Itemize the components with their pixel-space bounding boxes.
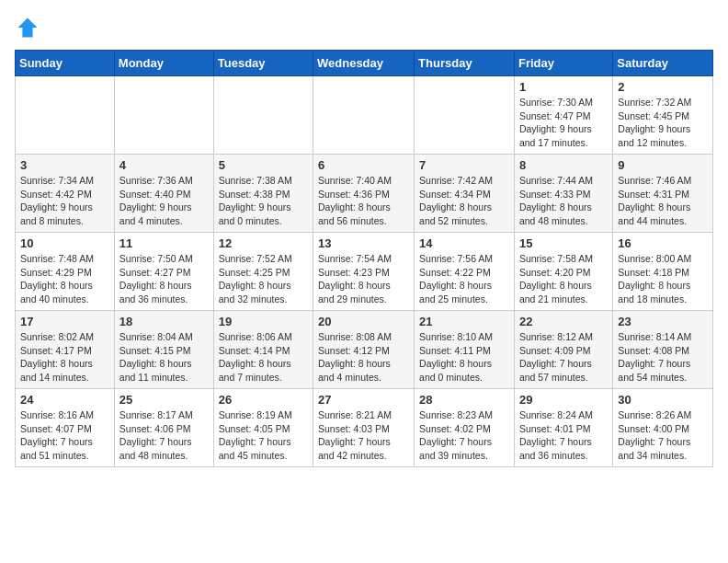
- day-number: 26: [219, 393, 308, 407]
- day-number: 6: [318, 158, 409, 172]
- day-cell: 24Sunrise: 8:16 AM Sunset: 4:07 PM Dayli…: [16, 389, 115, 467]
- day-info: Sunrise: 8:17 AM Sunset: 4:06 PM Dayligh…: [119, 408, 209, 463]
- day-info: Sunrise: 8:14 AM Sunset: 4:08 PM Dayligh…: [618, 330, 708, 385]
- day-header-sunday: Sunday: [16, 51, 115, 76]
- day-number: 1: [519, 80, 608, 94]
- day-info: Sunrise: 7:42 AM Sunset: 4:34 PM Dayligh…: [419, 174, 509, 228]
- day-info: Sunrise: 7:34 AM Sunset: 4:42 PM Dayligh…: [20, 174, 109, 228]
- day-number: 29: [519, 393, 608, 407]
- day-number: 13: [318, 236, 409, 250]
- day-info: Sunrise: 7:40 AM Sunset: 4:36 PM Dayligh…: [318, 174, 409, 228]
- day-cell: 8Sunrise: 7:44 AM Sunset: 4:33 PM Daylig…: [514, 155, 612, 233]
- day-header-tuesday: Tuesday: [213, 51, 313, 76]
- calendar-header-row: SundayMondayTuesdayWednesdayThursdayFrid…: [16, 51, 713, 76]
- day-info: Sunrise: 7:50 AM Sunset: 4:27 PM Dayligh…: [119, 252, 209, 306]
- page-header: [15, 15, 713, 40]
- day-cell: 27Sunrise: 8:21 AM Sunset: 4:03 PM Dayli…: [313, 389, 415, 467]
- day-cell: 9Sunrise: 7:46 AM Sunset: 4:31 PM Daylig…: [613, 155, 713, 233]
- day-number: 10: [20, 236, 109, 250]
- day-cell: 7Sunrise: 7:42 AM Sunset: 4:34 PM Daylig…: [415, 155, 515, 233]
- week-row-1: 1Sunrise: 7:30 AM Sunset: 4:47 PM Daylig…: [16, 76, 713, 155]
- day-number: 25: [119, 393, 209, 407]
- day-number: 17: [20, 315, 109, 328]
- day-info: Sunrise: 8:00 AM Sunset: 4:18 PM Dayligh…: [618, 252, 708, 306]
- day-number: 12: [219, 236, 308, 250]
- day-number: 15: [519, 236, 608, 250]
- day-cell: 30Sunrise: 8:26 AM Sunset: 4:00 PM Dayli…: [613, 389, 713, 467]
- day-cell: 21Sunrise: 8:10 AM Sunset: 4:11 PM Dayli…: [415, 311, 515, 389]
- day-number: 18: [119, 315, 209, 328]
- day-cell: [415, 76, 515, 155]
- day-cell: 13Sunrise: 7:54 AM Sunset: 4:23 PM Dayli…: [313, 233, 415, 311]
- day-header-saturday: Saturday: [613, 51, 713, 76]
- day-cell: 1Sunrise: 7:30 AM Sunset: 4:47 PM Daylig…: [514, 76, 612, 155]
- day-info: Sunrise: 8:23 AM Sunset: 4:02 PM Dayligh…: [419, 408, 509, 463]
- day-number: 21: [419, 315, 509, 328]
- day-number: 11: [119, 236, 209, 250]
- day-info: Sunrise: 8:24 AM Sunset: 4:01 PM Dayligh…: [519, 408, 608, 463]
- day-info: Sunrise: 7:54 AM Sunset: 4:23 PM Dayligh…: [318, 252, 409, 306]
- day-header-friday: Friday: [514, 51, 612, 76]
- day-cell: 6Sunrise: 7:40 AM Sunset: 4:36 PM Daylig…: [313, 155, 415, 233]
- day-number: 27: [318, 393, 409, 407]
- day-info: Sunrise: 7:46 AM Sunset: 4:31 PM Dayligh…: [618, 174, 708, 228]
- day-cell: 29Sunrise: 8:24 AM Sunset: 4:01 PM Dayli…: [514, 389, 612, 467]
- day-cell: [114, 76, 213, 155]
- day-info: Sunrise: 8:19 AM Sunset: 4:05 PM Dayligh…: [219, 408, 308, 463]
- day-cell: 28Sunrise: 8:23 AM Sunset: 4:02 PM Dayli…: [415, 389, 515, 467]
- day-cell: 20Sunrise: 8:08 AM Sunset: 4:12 PM Dayli…: [313, 311, 415, 389]
- day-number: 7: [419, 158, 509, 172]
- day-cell: 11Sunrise: 7:50 AM Sunset: 4:27 PM Dayli…: [114, 233, 213, 311]
- day-cell: 12Sunrise: 7:52 AM Sunset: 4:25 PM Dayli…: [213, 233, 313, 311]
- day-header-wednesday: Wednesday: [313, 51, 415, 76]
- day-cell: 18Sunrise: 8:04 AM Sunset: 4:15 PM Dayli…: [114, 311, 213, 389]
- day-info: Sunrise: 8:21 AM Sunset: 4:03 PM Dayligh…: [318, 408, 409, 463]
- day-cell: 23Sunrise: 8:14 AM Sunset: 4:08 PM Dayli…: [613, 311, 713, 389]
- day-info: Sunrise: 8:02 AM Sunset: 4:17 PM Dayligh…: [20, 330, 109, 385]
- day-info: Sunrise: 7:32 AM Sunset: 4:45 PM Dayligh…: [618, 96, 708, 150]
- week-row-4: 17Sunrise: 8:02 AM Sunset: 4:17 PM Dayli…: [16, 311, 713, 389]
- svg-marker-0: [18, 18, 38, 38]
- day-info: Sunrise: 7:30 AM Sunset: 4:47 PM Dayligh…: [519, 96, 608, 150]
- day-cell: 15Sunrise: 7:58 AM Sunset: 4:20 PM Dayli…: [514, 233, 612, 311]
- day-number: 22: [519, 315, 608, 328]
- day-info: Sunrise: 7:38 AM Sunset: 4:38 PM Dayligh…: [219, 174, 308, 228]
- day-number: 9: [618, 158, 708, 172]
- day-number: 28: [419, 393, 509, 407]
- day-info: Sunrise: 7:48 AM Sunset: 4:29 PM Dayligh…: [20, 252, 109, 306]
- day-cell: 3Sunrise: 7:34 AM Sunset: 4:42 PM Daylig…: [16, 155, 115, 233]
- day-info: Sunrise: 8:06 AM Sunset: 4:14 PM Dayligh…: [219, 330, 308, 385]
- day-header-monday: Monday: [114, 51, 213, 76]
- day-cell: 10Sunrise: 7:48 AM Sunset: 4:29 PM Dayli…: [16, 233, 115, 311]
- logo: [15, 15, 44, 40]
- day-number: 2: [618, 80, 708, 94]
- day-number: 16: [618, 236, 708, 250]
- day-cell: [313, 76, 415, 155]
- day-cell: 5Sunrise: 7:38 AM Sunset: 4:38 PM Daylig…: [213, 155, 313, 233]
- day-cell: 17Sunrise: 8:02 AM Sunset: 4:17 PM Dayli…: [16, 311, 115, 389]
- day-cell: 19Sunrise: 8:06 AM Sunset: 4:14 PM Dayli…: [213, 311, 313, 389]
- day-cell: 25Sunrise: 8:17 AM Sunset: 4:06 PM Dayli…: [114, 389, 213, 467]
- day-info: Sunrise: 7:52 AM Sunset: 4:25 PM Dayligh…: [219, 252, 308, 306]
- week-row-5: 24Sunrise: 8:16 AM Sunset: 4:07 PM Dayli…: [16, 389, 713, 467]
- day-cell: 2Sunrise: 7:32 AM Sunset: 4:45 PM Daylig…: [613, 76, 713, 155]
- day-number: 23: [618, 315, 708, 328]
- day-cell: [16, 76, 115, 155]
- day-info: Sunrise: 7:44 AM Sunset: 4:33 PM Dayligh…: [519, 174, 608, 228]
- day-number: 14: [419, 236, 509, 250]
- day-cell: [213, 76, 313, 155]
- day-number: 5: [219, 158, 308, 172]
- day-info: Sunrise: 8:10 AM Sunset: 4:11 PM Dayligh…: [419, 330, 509, 385]
- day-cell: 22Sunrise: 8:12 AM Sunset: 4:09 PM Dayli…: [514, 311, 612, 389]
- week-row-3: 10Sunrise: 7:48 AM Sunset: 4:29 PM Dayli…: [16, 233, 713, 311]
- day-cell: 4Sunrise: 7:36 AM Sunset: 4:40 PM Daylig…: [114, 155, 213, 233]
- day-cell: 14Sunrise: 7:56 AM Sunset: 4:22 PM Dayli…: [415, 233, 515, 311]
- day-number: 24: [20, 393, 109, 407]
- day-info: Sunrise: 8:04 AM Sunset: 4:15 PM Dayligh…: [119, 330, 209, 385]
- day-info: Sunrise: 8:08 AM Sunset: 4:12 PM Dayligh…: [318, 330, 409, 385]
- week-row-2: 3Sunrise: 7:34 AM Sunset: 4:42 PM Daylig…: [16, 155, 713, 233]
- day-header-thursday: Thursday: [415, 51, 515, 76]
- day-number: 19: [219, 315, 308, 328]
- calendar: SundayMondayTuesdayWednesdayThursdayFrid…: [15, 50, 713, 467]
- day-info: Sunrise: 7:36 AM Sunset: 4:40 PM Dayligh…: [119, 174, 209, 228]
